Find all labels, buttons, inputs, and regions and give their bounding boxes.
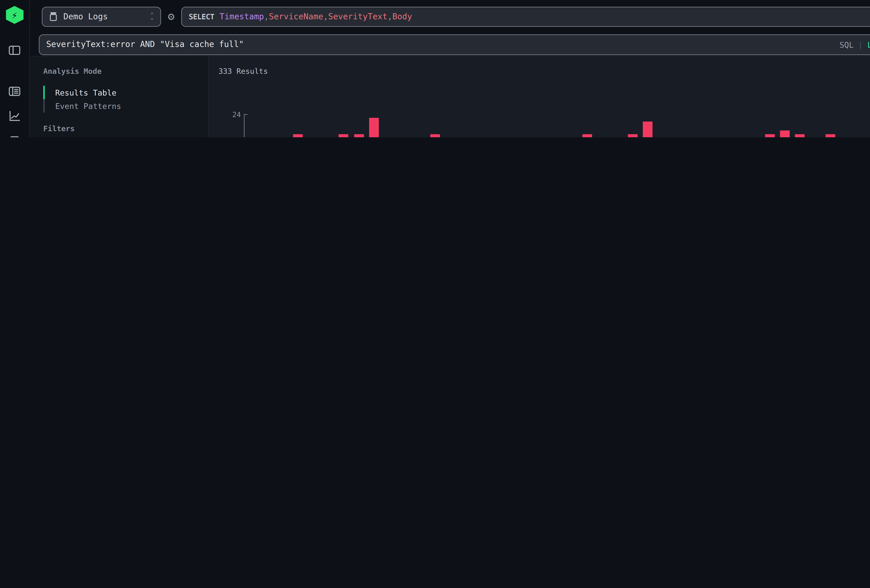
histogram-bar[interactable]	[339, 134, 349, 137]
tab-results-table[interactable]: Results Table	[43, 86, 201, 99]
select-field-severitytext: SeverityText	[328, 12, 387, 21]
histogram-bar[interactable]	[795, 134, 805, 137]
results-histogram: 24 0 Jun 11 1:41:45 PM1:44:00 PM1:45:45 …	[209, 83, 870, 137]
source-select-value: Demo Logs	[63, 12, 108, 21]
select-keyword: SELECT	[189, 12, 214, 21]
collapse-sidebar-icon[interactable]	[6, 42, 24, 58]
source-settings-gear-icon[interactable]: ⚙	[168, 10, 174, 23]
filters-title: Filters	[43, 125, 201, 133]
histogram-bar[interactable]	[369, 118, 379, 137]
select-field-servicename: ServiceName	[269, 12, 323, 21]
sql-mode-button[interactable]: SQL	[840, 40, 854, 49]
y-axis-max-label: 24	[219, 110, 241, 119]
histogram-bar[interactable]	[430, 134, 440, 137]
histogram-bar[interactable]	[643, 121, 653, 137]
results-panel: 333 Results Scanned Rows: 788242 24 0 Ju…	[209, 57, 870, 137]
histogram-bar[interactable]	[765, 134, 775, 137]
analysis-mode-title: Analysis Mode	[43, 67, 201, 75]
lucene-mode-button[interactable]: Lucene	[867, 40, 870, 49]
histogram-bar[interactable]	[354, 134, 364, 137]
app-window: ⚡ ? U Demo Logs ⌃⌄	[0, 0, 870, 137]
chart-explorer-icon[interactable]	[6, 107, 24, 124]
select-updown-icon: ⌃⌄	[150, 13, 153, 20]
search-query-text: SeverityText:error AND "Visa cache full"	[46, 40, 840, 49]
y-axis-tick	[244, 114, 247, 115]
query-language-toggle: SQL | Lucene	[840, 40, 870, 49]
sessions-icon[interactable]	[6, 132, 24, 137]
tab-event-patterns[interactable]: Event Patterns	[43, 99, 201, 113]
source-select[interactable]: Demo Logs ⌃⌄	[42, 6, 161, 27]
search-input[interactable]: SeverityText:error AND "Visa cache full"…	[39, 34, 870, 55]
top-query-bar: Demo Logs ⌃⌄ ⚙ SELECT Timestamp, Service…	[30, 0, 870, 33]
filters-sidebar: Analysis Mode Results Table Event Patter…	[30, 57, 209, 137]
hyperdx-logo-icon[interactable]: ⚡	[6, 6, 24, 24]
left-icon-rail: ⚡ ? U	[0, 0, 30, 137]
histogram-bar[interactable]	[825, 134, 836, 137]
results-count: 333 Results	[219, 67, 268, 75]
search-row: SeverityText:error AND "Visa cache full"…	[30, 33, 870, 57]
histogram-bar[interactable]	[780, 131, 790, 137]
select-field-timestamp: Timestamp	[220, 12, 264, 21]
y-axis-line	[244, 114, 244, 137]
histogram-bar[interactable]	[628, 134, 638, 137]
select-columns-input[interactable]: SELECT Timestamp, ServiceName, SeverityT…	[181, 6, 870, 27]
histogram-bar[interactable]	[293, 134, 303, 137]
search-logs-icon[interactable]	[6, 83, 24, 99]
analysis-mode-tabs: Results Table Event Patterns	[43, 86, 201, 113]
select-field-body: Body	[392, 12, 412, 21]
histogram-bar[interactable]	[582, 134, 592, 137]
